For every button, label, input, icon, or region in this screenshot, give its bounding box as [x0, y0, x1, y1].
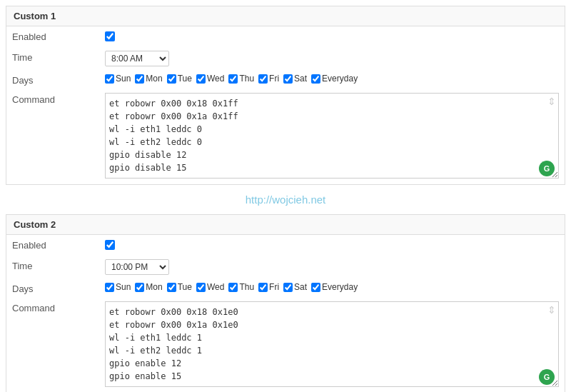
- custom1-command-label: Command: [6, 89, 99, 184]
- custom1-day-mon[interactable]: Mon: [135, 74, 162, 84]
- custom2-time-label: Time: [6, 256, 99, 278]
- custom2-enabled-row: Enabled: [6, 235, 565, 256]
- custom2-days-row: Days Sun Mon Tue Wed: [6, 278, 565, 298]
- custom1-day-sat[interactable]: Sat: [283, 74, 307, 84]
- custom1-day-mon-checkbox[interactable]: [135, 74, 144, 84]
- custom2-day-sat[interactable]: Sat: [283, 282, 307, 292]
- custom1-day-sun-checkbox[interactable]: [105, 74, 114, 84]
- custom1-day-wed-checkbox[interactable]: [196, 74, 206, 84]
- custom1-enabled-row: Enabled: [6, 26, 565, 47]
- custom2-day-fri[interactable]: Fri: [258, 282, 279, 292]
- custom1-form: Enabled Time 8:00 AM 9:00 AM 10:00 AM 10…: [6, 26, 565, 184]
- custom2-grammarly-icon[interactable]: G: [539, 369, 555, 385]
- custom2-command-container: ⇕ et robowr 0x00 0x18 0x1e0 et robowr 0x…: [105, 301, 559, 389]
- custom1-day-tue-checkbox[interactable]: [167, 74, 176, 84]
- custom2-day-mon[interactable]: Mon: [135, 282, 162, 292]
- custom1-command-textarea[interactable]: et robowr 0x00 0x18 0x1ff et robowr 0x00…: [105, 93, 559, 179]
- custom1-day-tue[interactable]: Tue: [167, 74, 192, 84]
- custom2-days-container: Sun Mon Tue Wed Thu Fri: [105, 282, 559, 292]
- custom1-days-container: Sun Mon Tue Wed Thu Fri: [105, 74, 559, 84]
- custom2-day-fri-checkbox[interactable]: [258, 283, 268, 292]
- custom1-day-sun[interactable]: Sun: [105, 74, 131, 84]
- custom2-day-sun[interactable]: Sun: [105, 282, 131, 292]
- custom1-section: Custom 1 Enabled Time 8:00 AM 9:00 AM 10…: [6, 6, 565, 185]
- custom1-time-row: Time 8:00 AM 9:00 AM 10:00 AM 10:00 PM: [6, 47, 565, 70]
- custom1-time-label: Time: [6, 47, 99, 70]
- watermark: http://wojcieh.net: [0, 191, 571, 208]
- custom1-day-fri[interactable]: Fri: [258, 74, 279, 84]
- custom2-day-wed[interactable]: Wed: [196, 282, 224, 292]
- custom2-day-tue[interactable]: Tue: [167, 282, 192, 292]
- custom2-day-sun-checkbox[interactable]: [105, 283, 114, 292]
- custom1-time-select[interactable]: 8:00 AM 9:00 AM 10:00 AM 10:00 PM: [105, 51, 169, 66]
- custom1-day-everyday-checkbox[interactable]: [311, 74, 320, 84]
- custom2-day-everyday[interactable]: Everyday: [311, 282, 358, 292]
- custom2-day-thu[interactable]: Thu: [228, 282, 254, 292]
- custom2-time-row: Time 8:00 AM 10:00 PM: [6, 256, 565, 278]
- custom1-day-thu[interactable]: Thu: [228, 74, 254, 84]
- custom1-day-fri-checkbox[interactable]: [258, 74, 268, 84]
- custom2-title: Custom 2: [6, 215, 565, 235]
- custom1-day-sat-checkbox[interactable]: [283, 74, 293, 84]
- custom1-grammarly-icon[interactable]: G: [539, 161, 555, 176]
- custom2-resize-handle: ⇕: [547, 304, 556, 316]
- custom2-section: Custom 2 Enabled Time 8:00 AM 10:00 PM D…: [6, 214, 565, 392]
- custom2-time-select[interactable]: 8:00 AM 10:00 PM: [105, 259, 169, 275]
- custom1-days-row: Days Sun Mon Tue Wed: [6, 70, 565, 89]
- custom2-day-wed-checkbox[interactable]: [196, 283, 206, 292]
- custom1-enabled-label: Enabled: [6, 26, 99, 47]
- custom1-title: Custom 1: [6, 6, 565, 26]
- custom2-day-mon-checkbox[interactable]: [135, 283, 144, 292]
- custom2-day-sat-checkbox[interactable]: [283, 283, 293, 292]
- custom2-day-thu-checkbox[interactable]: [228, 283, 238, 292]
- custom1-days-label: Days: [6, 70, 99, 89]
- custom2-command-label: Command: [6, 298, 99, 392]
- custom2-enabled-checkbox[interactable]: [105, 240, 115, 250]
- custom1-command-container: ⇕ et robowr 0x00 0x18 0x1ff et robowr 0x…: [105, 93, 559, 181]
- custom2-enabled-label: Enabled: [6, 235, 99, 256]
- custom2-day-tue-checkbox[interactable]: [167, 283, 176, 292]
- custom2-form: Enabled Time 8:00 AM 10:00 PM Days Sun: [6, 235, 565, 392]
- custom1-day-thu-checkbox[interactable]: [228, 74, 238, 84]
- custom1-day-wed[interactable]: Wed: [196, 74, 224, 84]
- custom2-day-everyday-checkbox[interactable]: [311, 283, 320, 292]
- custom1-resize-handle: ⇕: [547, 96, 556, 107]
- custom1-command-row: Command ⇕ et robowr 0x00 0x18 0x1ff et r…: [6, 89, 565, 184]
- custom1-day-everyday[interactable]: Everyday: [311, 74, 358, 84]
- custom1-enabled-checkbox[interactable]: [105, 31, 115, 41]
- custom2-command-textarea[interactable]: et robowr 0x00 0x18 0x1e0 et robowr 0x00…: [105, 301, 559, 387]
- custom2-command-row: Command ⇕ et robowr 0x00 0x18 0x1e0 et r…: [6, 298, 565, 392]
- custom2-days-label: Days: [6, 278, 99, 298]
